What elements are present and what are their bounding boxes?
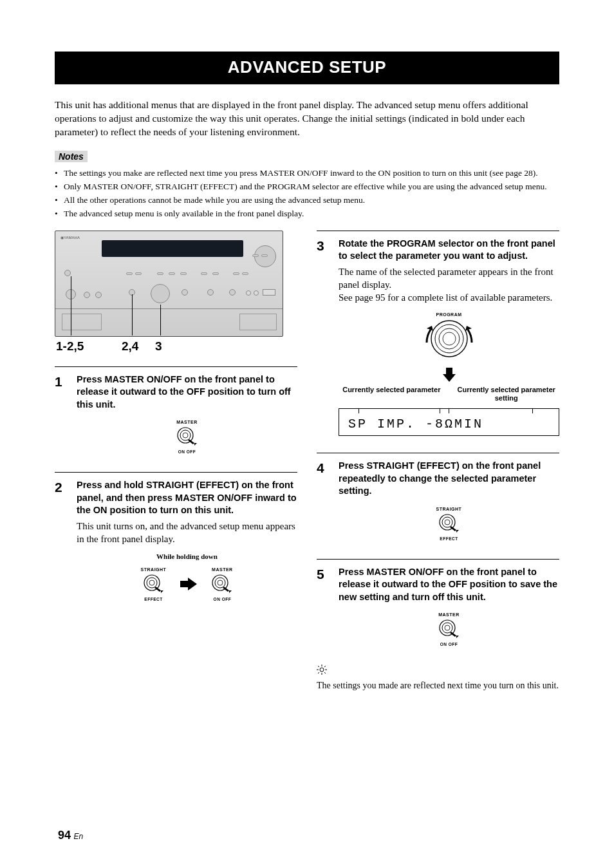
- note-item: Only MASTER ON/OFF, STRAIGHT (EFFECT) an…: [55, 181, 559, 193]
- svg-line-25: [324, 672, 326, 674]
- step-number: 3: [317, 238, 330, 252]
- program-knob-icon: [407, 317, 491, 364]
- notes-heading: Notes: [55, 151, 88, 162]
- program-label: PROGRAM: [339, 312, 559, 317]
- intro-paragraph: This unit has additional menus that are …: [55, 99, 559, 139]
- step-4: 4 Press STRAIGHT (EFFECT) on the front p…: [317, 460, 559, 552]
- svg-point-19: [320, 668, 324, 672]
- on-off-label: ON OFF: [211, 597, 233, 601]
- lcd-text: SP IMP. -8ΩMIN: [348, 417, 483, 431]
- current-param-caption: Currently selected parameter: [339, 386, 445, 404]
- svg-point-5: [149, 580, 154, 585]
- svg-point-2: [183, 433, 188, 438]
- right-column: 3 Rotate the PROGRAM selector on the fro…: [317, 231, 559, 693]
- svg-point-18: [445, 625, 450, 630]
- note-item: The settings you make are reflected next…: [55, 167, 559, 179]
- step-text: See page 95 for a complete list of avail…: [339, 291, 559, 304]
- knob-icon: [143, 574, 165, 593]
- step-heading: Press MASTER ON/OFF on the front panel t…: [339, 566, 559, 604]
- arrow-right-icon: [180, 578, 197, 590]
- svg-line-26: [324, 666, 326, 667]
- on-off-label: ON OFF: [77, 449, 297, 454]
- effect-label: EFFECT: [141, 597, 167, 601]
- svg-point-1: [180, 430, 191, 440]
- step-heading: Press STRAIGHT (EFFECT) on the front pan…: [339, 460, 559, 498]
- svg-line-24: [318, 666, 319, 667]
- svg-point-15: [445, 520, 450, 525]
- left-column: ◉YAMAHA: [55, 231, 297, 608]
- svg-point-11: [439, 328, 460, 349]
- page-number: 94 En: [58, 829, 83, 842]
- svg-point-10: [435, 325, 463, 353]
- step-heading: Press MASTER ON/OFF on the front panel t…: [77, 373, 297, 411]
- step-text: This unit turns on, and the advanced set…: [77, 520, 297, 546]
- svg-point-17: [442, 623, 452, 633]
- arrow-down-icon: [339, 368, 559, 382]
- divider: [317, 559, 559, 560]
- step-number: 1: [55, 373, 68, 388]
- notes-list: The settings you make are reflected next…: [55, 167, 559, 220]
- current-setting-caption: Currently selected parameter setting: [453, 386, 559, 404]
- divider: [55, 366, 297, 367]
- knob-icon: [176, 426, 198, 446]
- page-number-suffix: En: [73, 832, 83, 841]
- svg-point-9: [431, 321, 467, 357]
- straight-label: STRAIGHT: [339, 507, 559, 511]
- tip-block: The settings you made are reflected next…: [317, 665, 559, 692]
- step-number: 2: [55, 479, 68, 494]
- master-knob-figure: MASTER ON OFF: [339, 612, 559, 646]
- master-label: MASTER: [339, 612, 559, 617]
- step-1: 1 Press MASTER ON/OFF on the front panel…: [55, 373, 297, 466]
- master-label: MASTER: [211, 567, 233, 572]
- step-number: 5: [317, 566, 330, 581]
- step-2: 2 Press and hold STRAIGHT (EFFECT) on th…: [55, 479, 297, 601]
- knob-icon: [211, 574, 233, 593]
- page-title: ADVANCED SETUP: [55, 52, 559, 84]
- step-text: The name of the selected parameter appea…: [339, 265, 559, 292]
- svg-point-8: [218, 580, 223, 585]
- program-selector-diagram: PROGRAM: [339, 312, 559, 437]
- front-panel-diagram: ◉YAMAHA: [55, 231, 283, 337]
- panel-ref-a: 1-2,5: [56, 339, 84, 354]
- note-item: All the other operations cannot be made …: [55, 194, 559, 206]
- page-number-value: 94: [58, 829, 71, 842]
- straight-knob-figure: STRAIGHT EFFECT: [339, 507, 559, 541]
- svg-point-12: [443, 332, 456, 345]
- panel-ref-c: 3: [155, 339, 162, 354]
- knob-icon: [438, 513, 460, 533]
- step-5: 5 Press MASTER ON/OFF on the front panel…: [317, 566, 559, 659]
- straight-label: STRAIGHT: [141, 567, 167, 572]
- hold-figure-row: STRAIGHT EFFECT: [77, 567, 297, 601]
- svg-point-4: [147, 578, 157, 588]
- svg-point-7: [215, 578, 225, 588]
- knob-icon: [438, 619, 460, 638]
- step-number: 4: [317, 460, 330, 475]
- divider: [55, 472, 297, 473]
- master-label: MASTER: [77, 420, 297, 424]
- tip-icon: [317, 665, 327, 677]
- step-heading: Rotate the PROGRAM selector on the front…: [339, 238, 559, 263]
- lcd-display: SP IMP. -8ΩMIN: [339, 408, 559, 436]
- on-off-label: ON OFF: [339, 642, 559, 646]
- master-knob-figure: MASTER ON OFF: [77, 420, 297, 454]
- note-item: The advanced setup menu is only availabl…: [55, 208, 559, 220]
- divider: [317, 231, 559, 231]
- tip-text: The settings you made are reflected next…: [317, 680, 559, 692]
- divider: [317, 453, 559, 453]
- holding-caption: While holding down: [77, 552, 297, 561]
- svg-point-14: [442, 517, 452, 527]
- panel-ref-b: 2,4: [122, 339, 138, 354]
- step-heading: Press and hold STRAIGHT (EFFECT) on the …: [77, 479, 297, 517]
- effect-label: EFFECT: [339, 536, 559, 541]
- svg-line-27: [318, 672, 319, 674]
- step-3: 3 Rotate the PROGRAM selector on the fro…: [317, 238, 559, 446]
